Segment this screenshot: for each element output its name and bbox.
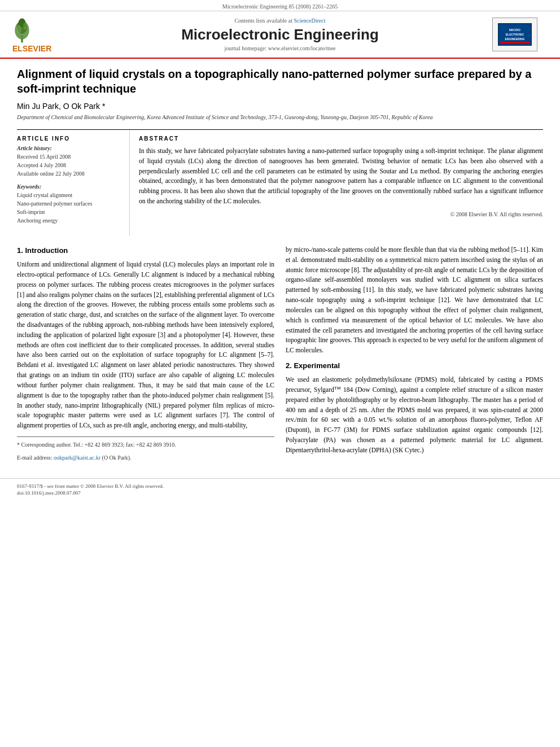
svg-text:ENGINEERING: ENGINEERING (505, 37, 524, 41)
intro-paragraph-col2: by micro-/nano-scale patterns could be m… (286, 245, 543, 356)
article-info-heading: ARTICLE INFO (17, 136, 121, 142)
footer-doi: doi:10.1016/j.mee.2008.07.007 (17, 490, 543, 496)
body-column-left: 1. Introduction Uniform and unidirection… (17, 245, 274, 467)
article-history: Article history: Received 15 April 2008 … (17, 145, 121, 178)
svg-rect-11 (500, 42, 530, 43)
svg-text:ELECTRONIC: ELECTRONIC (506, 33, 524, 36)
body-columns: 1. Introduction Uniform and unidirection… (17, 245, 543, 467)
keyword-1: Liquid crystal alignment (17, 191, 121, 199)
info-abstract-section: ARTICLE INFO Article history: Received 1… (17, 129, 543, 236)
keywords-section: Keywords: Liquid crystal alignment Nano-… (17, 184, 121, 225)
experimental-heading: 2. Experimental (286, 360, 543, 372)
journal-badge-container: MICRO ELECTRONIC ENGINEERING (492, 18, 549, 51)
contents-line-text: Contents lists available at (234, 18, 292, 24)
journal-header-center: Contents lists available at ScienceDirec… (68, 18, 492, 51)
footer-license: 0167-9317/$ - see front matter © 2008 El… (17, 483, 543, 489)
affiliation: Department of Chemical and Biomolecular … (17, 113, 543, 121)
keywords-label: Keywords: (17, 184, 121, 190)
page-footer: 0167-9317/$ - see front matter © 2008 El… (0, 478, 560, 500)
journal-badge: MICRO ELECTRONIC ENGINEERING (492, 18, 537, 51)
body-column-right: by micro-/nano-scale patterns could be m… (286, 245, 543, 467)
accepted-date: Accepted 4 July 2008 (17, 161, 121, 169)
email-author-note: (O Ok Park). (102, 455, 132, 461)
svg-text:MICRO: MICRO (509, 28, 520, 32)
intro-paragraph-col1: Uniform and unidirectional alignment of … (17, 260, 274, 431)
article-title: Alignment of liquid crystals on a topogr… (17, 67, 543, 96)
journal-badge-icon: MICRO ELECTRONIC ENGINEERING (498, 23, 532, 46)
abstract-heading: ABSTRACT (139, 136, 543, 142)
elsevier-brand-text: ELSEVIER (12, 44, 51, 53)
sciencedirect-link[interactable]: ScienceDirect (294, 18, 325, 24)
elsevier-tree-icon (11, 16, 33, 44)
abstract-text: In this study, we have fabricated polyac… (139, 146, 543, 207)
intro-heading: 1. Introduction (17, 245, 274, 256)
svg-point-4 (16, 25, 21, 33)
available-date: Available online 22 July 2008 (17, 169, 121, 178)
abstract-section: ABSTRACT In this study, we have fabricat… (130, 130, 543, 236)
journal-header: ELSEVIER Contents lists available at Sci… (0, 11, 560, 59)
authors: Min Ju Park, O Ok Park * (17, 102, 543, 111)
journal-homepage: journal homepage: www.elsevier.com/locat… (68, 45, 492, 51)
journal-citation-text: Microelectronic Engineering 85 (2008) 22… (222, 3, 338, 10)
svg-point-5 (23, 23, 27, 30)
elsevier-logo: ELSEVIER (11, 16, 68, 53)
elsevier-logo-container: ELSEVIER (11, 16, 68, 53)
sciencedirect-text[interactable]: ScienceDirect (294, 18, 325, 24)
article-info: ARTICLE INFO Article history: Received 1… (17, 130, 130, 236)
main-content: Alignment of liquid crystals on a topogr… (0, 59, 560, 478)
received-date: Received 15 April 2008 (17, 152, 121, 161)
contents-available-line: Contents lists available at ScienceDirec… (68, 18, 492, 24)
keyword-3: Soft-imprint (17, 208, 121, 216)
corresponding-author-note: * Corresponding author. Tel.: +82 42 869… (17, 440, 274, 449)
email-line: E-mail address: ookpark@kaist.ac.kr (O O… (17, 453, 274, 462)
keyword-2: Nano-patterned polymer surfaces (17, 199, 121, 208)
experimental-paragraph: We used an elastomeric polydimethylsilox… (286, 375, 543, 456)
journal-title: Microelectronic Engineering (68, 26, 492, 43)
elsevier-logo-top (11, 16, 33, 44)
keyword-4: Anchoring energy (17, 216, 121, 225)
abstract-copyright: © 2008 Elsevier B.V. All rights reserved… (139, 211, 543, 217)
journal-citation-bar: Microelectronic Engineering 85 (2008) 22… (0, 0, 560, 11)
email-label: E-mail address: (17, 455, 52, 461)
email-address: ookpark@kaist.ac.kr (54, 455, 100, 461)
history-label: Article history: (17, 145, 121, 151)
footnote-section: * Corresponding author. Tel.: +82 42 869… (17, 436, 274, 462)
